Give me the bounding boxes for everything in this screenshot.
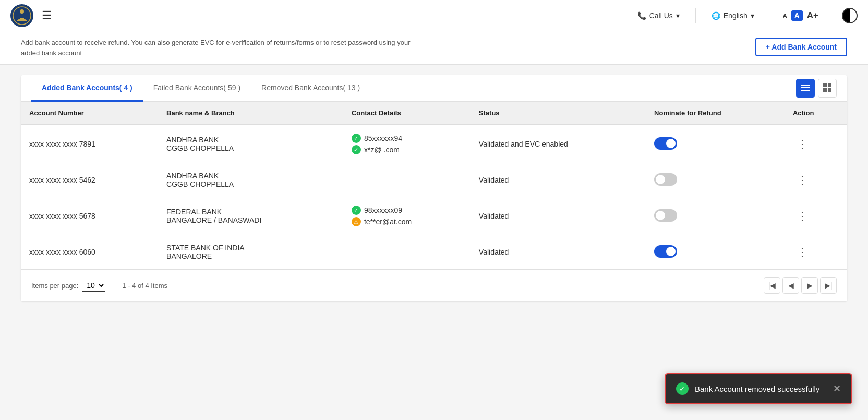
- action-cell: ⋮: [785, 235, 847, 269]
- table-row: xxxx xxxx xxxx 6060STATE BANK OF INDIABA…: [21, 235, 847, 269]
- account-number-cell: xxxx xxxx xxxx 6060: [21, 235, 158, 269]
- table-row: xxxx xxxx xxxx 5462ANDHRA BANKCGGB CHOPP…: [21, 163, 847, 197]
- nominate-toggle[interactable]: [654, 245, 677, 258]
- grid-icon: [823, 83, 831, 93]
- toast-notification: ✓ Bank Account removed successfully ✕: [665, 373, 852, 404]
- col-status: Status: [471, 102, 646, 125]
- toast-message: Bank Account removed successfully: [695, 385, 819, 393]
- status-cell: Validated: [471, 235, 646, 269]
- svg-rect-6: [823, 83, 827, 87]
- language-button[interactable]: 🌐 English ▾: [706, 8, 760, 23]
- language-chevron-icon: ▾: [751, 11, 754, 20]
- header-right: 📞 Call Us ▾ 🌐 English ▾ A A A+: [632, 8, 858, 23]
- hamburger-menu[interactable]: ☰: [42, 9, 52, 22]
- nominate-cell: [646, 197, 785, 235]
- svg-point-1: [20, 9, 24, 14]
- action-menu-button[interactable]: ⋮: [793, 244, 812, 260]
- nominate-toggle[interactable]: [654, 173, 677, 186]
- tab-added-bank-accounts[interactable]: Added Bank Accounts( 4 ): [31, 75, 143, 102]
- nominate-cell: [646, 235, 785, 269]
- toggle-slider: [654, 209, 677, 222]
- font-medium-button[interactable]: A: [791, 10, 803, 21]
- header-divider-1: [695, 8, 696, 23]
- svg-rect-7: [828, 83, 831, 87]
- col-nominate: Nominate for Refund: [646, 102, 785, 125]
- header-divider-3: [831, 8, 831, 23]
- view-toggles: [796, 79, 837, 98]
- list-view-button[interactable]: [796, 79, 815, 98]
- email-verified-icon: ✓: [352, 145, 361, 154]
- account-number-cell: xxxx xxxx xxxx 5462: [21, 163, 158, 197]
- toast-close-button[interactable]: ✕: [833, 383, 841, 394]
- list-icon: [801, 83, 810, 93]
- bank-name-cell: ANDHRA BANKCGGB CHOPPELLA: [158, 125, 343, 163]
- table-row: xxxx xxxx xxxx 7891ANDHRA BANKCGGB CHOPP…: [21, 125, 847, 163]
- header-divider-2: [770, 8, 770, 23]
- header: ☰ 📞 Call Us ▾ 🌐 English ▾ A A A+: [0, 0, 868, 31]
- nominate-toggle[interactable]: [654, 137, 677, 150]
- action-menu-button[interactable]: ⋮: [793, 136, 812, 152]
- bank-name-cell: FEDERAL BANKBANGALORE / BANASWADI: [158, 197, 343, 235]
- call-us-button[interactable]: 📞 Call Us ▾: [632, 8, 685, 23]
- logo-area: ☰: [10, 4, 52, 27]
- svg-rect-4: [801, 87, 810, 88]
- sub-header: Add bank account to receive refund. You …: [0, 31, 868, 65]
- logo-icon: [10, 4, 33, 27]
- pagination-bar: Items per page: 10 25 50 1 - 4 of 4 Item…: [21, 269, 847, 301]
- next-page-button[interactable]: ▶: [801, 277, 818, 294]
- tab-failed-bank-accounts[interactable]: Failed Bank Accounts( 59 ): [143, 75, 251, 102]
- svg-rect-9: [828, 88, 831, 92]
- sub-header-description: Add bank account to receive refund. You …: [21, 38, 428, 58]
- grid-view-button[interactable]: [818, 79, 837, 98]
- tab-removed-bank-accounts[interactable]: Removed Bank Accounts( 13 ): [251, 75, 370, 102]
- bank-name-cell: STATE BANK OF INDIABANGALORE: [158, 235, 343, 269]
- nominate-toggle[interactable]: [654, 209, 677, 222]
- action-cell: ⋮: [785, 125, 847, 163]
- action-cell: ⋮: [785, 197, 847, 235]
- callus-chevron-icon: ▾: [676, 11, 680, 20]
- add-bank-account-button[interactable]: + Add Bank Account: [755, 38, 847, 56]
- svg-rect-2: [20, 18, 24, 19]
- status-cell: Validated: [471, 197, 646, 235]
- font-small-button[interactable]: A: [781, 11, 789, 20]
- tabs-header: Added Bank Accounts( 4 ) Failed Bank Acc…: [21, 75, 847, 102]
- contact-details-cell: [343, 235, 471, 269]
- nominate-cell: [646, 125, 785, 163]
- first-page-button[interactable]: |◀: [764, 277, 780, 294]
- status-cell: Validated: [471, 163, 646, 197]
- svg-rect-8: [823, 88, 827, 92]
- toast-check-icon: ✓: [676, 382, 689, 395]
- table-header-row: Account Number Bank name & Branch Contac…: [21, 102, 847, 125]
- bank-accounts-table: Account Number Bank name & Branch Contac…: [21, 102, 847, 269]
- toggle-slider: [654, 137, 677, 150]
- phone-verified-icon: ✓: [352, 206, 361, 215]
- font-controls: A A A+: [781, 9, 821, 22]
- bank-accounts-table-wrapper: Account Number Bank name & Branch Contac…: [21, 102, 847, 269]
- items-per-page: Items per page: 10 25 50: [31, 280, 110, 292]
- items-per-page-select[interactable]: 10 25 50: [82, 280, 105, 292]
- page-info: 1 - 4 of 4 Items: [122, 282, 167, 290]
- action-menu-button[interactable]: ⋮: [793, 208, 812, 224]
- last-page-button[interactable]: ▶|: [820, 277, 837, 294]
- col-contact-details: Contact Details: [343, 102, 471, 125]
- action-menu-button[interactable]: ⋮: [793, 172, 812, 188]
- email-unverified-icon: ⚠: [352, 217, 361, 226]
- status-cell: Validated and EVC enabled: [471, 125, 646, 163]
- contact-details-cell: [343, 163, 471, 197]
- action-cell: ⋮: [785, 163, 847, 197]
- table-row: xxxx xxxx xxxx 5678FEDERAL BANKBANGALORE…: [21, 197, 847, 235]
- phone-icon: 📞: [637, 11, 646, 20]
- account-number-cell: xxxx xxxx xxxx 7891: [21, 125, 158, 163]
- col-bank-name: Bank name & Branch: [158, 102, 343, 125]
- prev-page-button[interactable]: ◀: [782, 277, 799, 294]
- account-number-cell: xxxx xxxx xxxx 5678: [21, 197, 158, 235]
- contrast-button[interactable]: [842, 8, 858, 23]
- contact-details-cell: ✓85xxxxxx94✓x*z@ .com: [343, 125, 471, 163]
- phone-verified-icon: ✓: [352, 134, 361, 143]
- font-large-button[interactable]: A+: [805, 9, 821, 22]
- toggle-slider: [654, 245, 677, 258]
- toggle-slider: [654, 173, 677, 186]
- svg-rect-5: [801, 90, 810, 91]
- pagination-nav: |◀ ◀ ▶ ▶|: [764, 277, 837, 294]
- globe-icon: 🌐: [712, 11, 720, 20]
